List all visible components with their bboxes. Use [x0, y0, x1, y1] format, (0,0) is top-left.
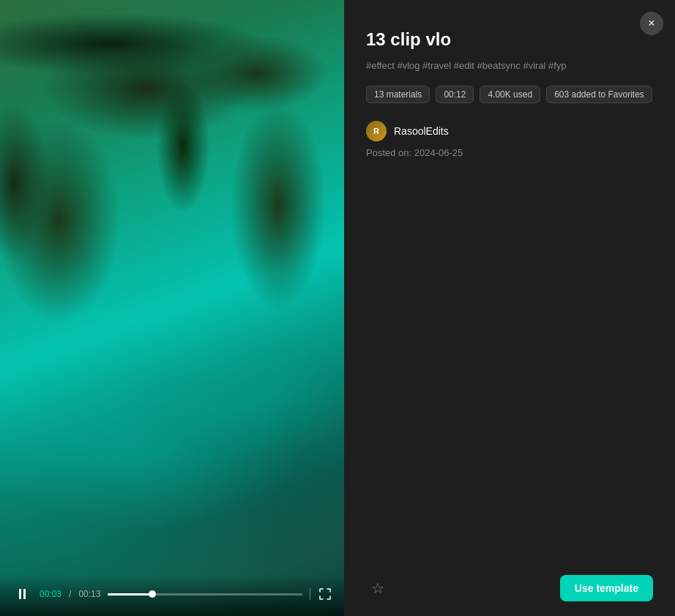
bottom-bar: ☆ Use template — [366, 575, 653, 601]
current-time: 00:03 — [40, 589, 61, 599]
fullscreen-button[interactable] — [318, 587, 332, 601]
star-icon: ☆ — [371, 579, 384, 597]
controls-divider — [310, 588, 310, 600]
video-panel: 00:03 / 00:13 — [0, 0, 344, 616]
badge: 603 added to Favorites — [546, 86, 652, 103]
template-title: 13 clip vlo — [366, 29, 653, 50]
close-button[interactable]: × — [640, 12, 663, 35]
badge: 00:12 — [436, 86, 474, 103]
fullscreen-icon — [319, 588, 331, 600]
info-panel: × 13 clip vlo #effect #vlog #travel #edi… — [344, 0, 675, 616]
author-avatar: R — [366, 121, 387, 141]
total-time: 00:13 — [78, 589, 100, 599]
author-row: R RasoolEdits — [366, 121, 653, 141]
author-name: RasoolEdits — [394, 125, 449, 137]
pause-button[interactable] — [12, 584, 32, 604]
time-separator: / — [69, 589, 71, 599]
progress-thumb — [149, 590, 156, 598]
pause-icon — [19, 589, 26, 599]
template-tags: #effect #vlog #travel #edit #beatsync #v… — [366, 59, 653, 74]
progress-bar[interactable] — [108, 593, 302, 595]
posted-date: Posted on: 2024-06-25 — [366, 147, 653, 158]
badges-container: 13 materials00:124.00K used603 added to … — [366, 86, 653, 103]
badge: 4.00K used — [480, 86, 540, 103]
favorite-button[interactable]: ☆ — [366, 576, 389, 600]
progress-fill — [108, 593, 152, 595]
video-controls-bar: 00:03 / 00:13 — [0, 575, 344, 616]
video-background — [0, 0, 344, 616]
badge: 13 materials — [366, 86, 430, 103]
water-overlay — [0, 0, 344, 616]
use-template-button[interactable]: Use template — [560, 575, 653, 601]
